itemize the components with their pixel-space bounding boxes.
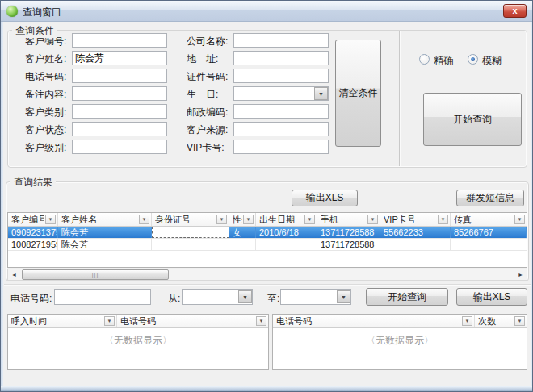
column-header-gender[interactable]: 性别▼ [229,213,256,226]
field-label-customer-source: 客户来源: [187,123,228,137]
address-input[interactable] [233,51,329,65]
scrollbar-thumb[interactable]: ||| [22,269,169,280]
to-label: 至: [267,292,279,306]
query-conditions-label: 查询条件 [12,24,57,38]
customer-no-input[interactable] [72,33,167,48]
field-label-zipcode: 邮政编码: [187,106,228,119]
window-title: 查询窗口 [23,6,61,19]
field-label-vip-card: VIP卡号: [187,141,225,155]
column-header-id-card[interactable]: 身份证号▼ [152,213,229,226]
column-header-fax[interactable]: 传真▼ [451,213,527,226]
column-header-customer-name[interactable]: 客户姓名▼ [58,213,152,226]
results-table: 客户编号▼ 客户姓名▼ 身份证号▼ 性别▼ 出生日期▼ 手机▼ VIP卡号▼ 传… [7,212,527,268]
filter-arrow-icon[interactable]: ▼ [256,316,266,326]
filter-arrow-icon[interactable]: ▼ [304,215,315,224]
customer-status-input[interactable] [72,122,167,136]
phone-export-xls-button[interactable]: 输出XLS [456,288,527,306]
field-label-remark: 备注内容: [25,88,66,102]
column-header-count[interactable]: 次数▼ [475,315,527,327]
table-row[interactable]: 10082719595 陈会芳 13711728588 [8,239,527,251]
filter-arrow-icon[interactable]: ▼ [514,316,525,326]
column-header-mobile[interactable]: 手机▼ [317,213,380,226]
no-data-message: 〈无数据显示〉 [8,334,268,348]
company-input[interactable] [233,33,329,48]
clear-conditions-button[interactable]: 清空条件 [335,40,381,147]
scroll-right-icon[interactable]: ► [514,269,527,280]
customer-category-input[interactable] [72,104,167,119]
query-window: 查询窗口 x 查询条件 客户编号: 客户姓名: 电话号码: 备注内容: 客户类别… [0,0,533,392]
field-label-customer-category: 客户类别: [25,106,66,119]
query-results-label: 查询结果 [10,176,56,190]
phone-start-query-button[interactable]: 开始查询 [366,288,448,306]
customer-name-input[interactable] [72,51,167,65]
radio-fuzzy-label: 模糊 [482,54,502,68]
table-row-selected[interactable]: 09092313751 陈会芳 女 2010/6/18 13711728588 … [8,227,527,239]
no-data-message: 〈无数据显示〉 [273,334,527,348]
mass-sms-button[interactable]: 群发短信息 [456,190,524,206]
remark-input[interactable] [72,86,167,101]
customer-level-input[interactable] [72,140,167,154]
customer-source-input[interactable] [233,122,329,136]
app-icon [6,6,18,17]
id-number-input[interactable] [233,69,329,83]
field-label-address: 地 址: [187,52,218,66]
titlebar[interactable]: 查询窗口 x [1,1,533,22]
radio-exact-label: 精确 [434,54,453,68]
radio-fuzzy[interactable] [468,54,478,65]
column-header-vip-card[interactable]: VIP卡号▼ [380,213,451,226]
focused-cell[interactable] [152,227,229,238]
column-header-customer-no[interactable]: 客户编号▼ [8,213,58,226]
filter-arrow-icon[interactable]: ▼ [438,215,448,224]
field-label-id-number: 证件号码: [187,70,228,84]
filter-arrow-icon[interactable]: ▼ [139,215,149,224]
call-in-list: 呼入时间▼ 电话号码▼ 〈无数据显示〉 [7,314,269,370]
field-label-phone: 电话号码: [25,70,66,84]
results-table-header: 客户编号▼ 客户姓名▼ 身份证号▼ 性别▼ 出生日期▼ 手机▼ VIP卡号▼ 传… [8,213,527,227]
field-label-birthday: 生 日: [187,88,218,102]
scrollbar-track[interactable]: ||| [20,269,514,280]
close-button[interactable]: x [503,4,527,18]
start-query-button[interactable]: 开始查询 [423,93,522,146]
birthday-dropdown-icon[interactable]: ▼ [314,87,328,100]
window-frame-left [1,22,3,386]
separator [4,284,531,285]
field-label-customer-status: 客户状态: [25,123,66,137]
zipcode-input[interactable] [233,104,329,119]
phone-input[interactable] [72,69,167,83]
field-label-company: 公司名称: [187,35,228,48]
filter-arrow-icon[interactable]: ▼ [367,215,378,224]
filter-arrow-icon[interactable]: ▼ [462,316,472,326]
conditions-divider [399,31,400,166]
filter-arrow-icon[interactable]: ▼ [104,316,115,326]
from-dropdown-icon[interactable]: ▼ [238,290,252,303]
filter-arrow-icon[interactable]: ▼ [216,215,227,224]
vip-card-input[interactable] [233,140,329,154]
column-header-phone2[interactable]: 电话号码▼ [273,315,475,327]
close-icon: x [512,6,517,15]
filter-arrow-icon[interactable]: ▼ [45,215,56,224]
field-label-customer-level: 客户级别: [25,141,66,155]
column-header-birthdate[interactable]: 出生日期▼ [256,213,317,226]
phone-query-input[interactable] [54,289,151,305]
filter-arrow-icon[interactable]: ▼ [514,215,525,224]
phone-query-label: 电话号码: [10,292,52,306]
radio-exact[interactable] [419,54,430,65]
window-frame-bottom [1,386,533,392]
field-label-customer-name: 客户姓名: [25,52,66,66]
from-label: 从: [168,292,180,306]
export-xls-button[interactable]: 输出XLS [292,190,358,206]
to-dropdown-icon[interactable]: ▼ [337,290,350,303]
column-header-phone[interactable]: 电话号码▼ [117,315,268,327]
filter-arrow-icon[interactable]: ▼ [243,215,254,224]
column-header-call-in-time[interactable]: 呼入时间▼ [8,315,117,327]
scroll-left-icon[interactable]: ◄ [8,269,20,280]
horizontal-scrollbar[interactable]: ◄ ||| ► [7,269,527,281]
call-count-list: 电话号码▼ 次数▼ 〈无数据显示〉 [272,314,527,370]
